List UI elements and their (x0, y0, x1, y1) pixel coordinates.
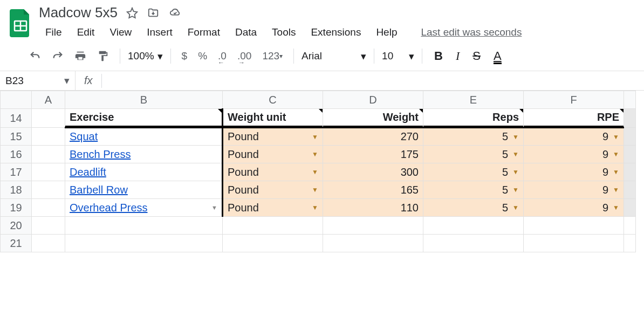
last-edit-link[interactable]: Last edit was seconds (421, 26, 522, 38)
name-box[interactable]: B23 ▾ (0, 71, 76, 90)
cell[interactable] (32, 128, 65, 146)
cell-rpe-dropdown[interactable]: 9▼ (524, 163, 624, 181)
cell[interactable] (423, 235, 524, 252)
cell-rpe-dropdown[interactable]: 9▼ (524, 181, 624, 199)
menu-data[interactable]: Data (229, 23, 263, 42)
doc-title[interactable]: Madcow 5x5 (39, 4, 118, 21)
row-header[interactable]: 19 (1, 199, 32, 217)
zoom-select[interactable]: 100% ▾ (128, 50, 163, 63)
col-header-D[interactable]: D (323, 91, 423, 109)
cell-weight[interactable]: 175 (323, 146, 423, 163)
col-header-B[interactable]: B (65, 91, 223, 109)
cell[interactable]: RPE (524, 109, 624, 128)
print-icon[interactable] (71, 48, 90, 64)
cell[interactable] (624, 163, 636, 181)
cell[interactable]: Reps (423, 109, 524, 128)
cell-reps-dropdown[interactable]: 5▼ (423, 163, 524, 181)
cell[interactable] (65, 217, 223, 235)
cell[interactable] (32, 109, 65, 128)
col-header-F[interactable]: F (524, 91, 624, 109)
cell[interactable] (524, 235, 624, 252)
sheets-logo-icon[interactable] (9, 8, 32, 39)
cell-exercise[interactable]: Deadlift (65, 163, 223, 181)
redo-icon[interactable] (49, 48, 67, 64)
row-header[interactable]: 17 (1, 163, 32, 181)
cell[interactable] (624, 128, 636, 146)
text-color-button[interactable]: A (489, 47, 506, 65)
cell-exercise[interactable]: Overhead Press▼ (65, 199, 223, 217)
paint-format-icon[interactable] (94, 48, 112, 64)
select-all-corner[interactable] (1, 91, 32, 109)
menu-format[interactable]: Format (181, 23, 227, 42)
cell-unit-dropdown[interactable]: Pound▼ (223, 128, 323, 146)
bold-button[interactable]: B (430, 47, 447, 65)
star-icon[interactable] (126, 7, 138, 19)
menu-insert[interactable]: Insert (140, 23, 179, 42)
cell[interactable] (223, 235, 323, 252)
cell[interactable] (32, 146, 65, 163)
col-header-C[interactable]: C (223, 91, 323, 109)
cell[interactable]: Weight unit (223, 109, 323, 128)
cell-unit-dropdown[interactable]: Pound▼ (223, 199, 323, 217)
row-header[interactable]: 15 (1, 128, 32, 146)
cell-unit-dropdown[interactable]: Pound▼ (223, 163, 323, 181)
formula-input[interactable] (101, 74, 644, 88)
cell[interactable] (624, 146, 636, 163)
cell-weight[interactable]: 110 (323, 199, 423, 217)
col-header-E[interactable]: E (423, 91, 524, 109)
row-header[interactable]: 20 (1, 217, 32, 235)
cell[interactable] (32, 199, 65, 217)
cell-weight[interactable]: 270 (323, 128, 423, 146)
cell[interactable] (624, 181, 636, 199)
menu-view[interactable]: View (103, 23, 138, 42)
cell-reps-dropdown[interactable]: 5▼ (423, 199, 524, 217)
increase-decimal[interactable]: .00 → (234, 48, 255, 64)
cell[interactable] (32, 235, 65, 252)
row-header[interactable]: 21 (1, 235, 32, 252)
menu-extensions[interactable]: Extensions (304, 23, 367, 42)
font-size-select[interactable]: 10 ▾ (382, 50, 414, 63)
cell-reps-dropdown[interactable]: 5▼ (423, 128, 524, 146)
cell[interactable] (65, 235, 223, 252)
col-header-A[interactable]: A (32, 91, 65, 109)
cell[interactable]: Exercise (65, 109, 223, 128)
row-header[interactable]: 14 (1, 109, 32, 128)
exercise-link[interactable]: Squat (70, 130, 98, 143)
row-header[interactable]: 16 (1, 146, 32, 163)
cell[interactable] (624, 109, 636, 128)
italic-button[interactable]: I (451, 47, 464, 65)
cell-exercise[interactable]: Barbell Row (65, 181, 223, 199)
col-header-G[interactable] (624, 91, 636, 109)
cell[interactable] (524, 217, 624, 235)
cloud-status-icon[interactable] (168, 7, 182, 19)
move-folder-icon[interactable] (147, 7, 160, 19)
format-currency[interactable]: $ (179, 48, 191, 64)
cell-rpe-dropdown[interactable]: 9▼ (524, 128, 624, 146)
row-header[interactable]: 18 (1, 181, 32, 199)
cell-weight[interactable]: 165 (323, 181, 423, 199)
cell[interactable]: Weight (323, 109, 423, 128)
font-select[interactable]: Arial ▾ (302, 50, 366, 63)
cell[interactable] (223, 217, 323, 235)
undo-icon[interactable] (26, 48, 44, 64)
cell[interactable] (323, 217, 423, 235)
cell-exercise[interactable]: Bench Press (65, 146, 223, 163)
cell[interactable] (323, 235, 423, 252)
exercise-link[interactable]: Bench Press (70, 148, 131, 161)
more-formats[interactable]: 123▾ (259, 48, 286, 64)
cell-weight[interactable]: 300 (323, 163, 423, 181)
exercise-link[interactable]: Deadlift (70, 166, 106, 178)
cell-unit-dropdown[interactable]: Pound▼ (223, 181, 323, 199)
format-percent[interactable]: % (195, 48, 210, 64)
cell-rpe-dropdown[interactable]: 9▼ (524, 199, 624, 217)
menu-help[interactable]: Help (369, 23, 403, 42)
menu-tools[interactable]: Tools (265, 23, 302, 42)
cell[interactable] (624, 235, 636, 252)
cell[interactable] (624, 199, 636, 217)
exercise-link[interactable]: Barbell Row (70, 184, 128, 196)
cell[interactable] (423, 217, 524, 235)
cell-reps-dropdown[interactable]: 5▼ (423, 181, 524, 199)
cell-unit-dropdown[interactable]: Pound▼ (223, 146, 323, 163)
cell-exercise[interactable]: Squat (65, 128, 223, 146)
menu-file[interactable]: File (39, 23, 68, 42)
